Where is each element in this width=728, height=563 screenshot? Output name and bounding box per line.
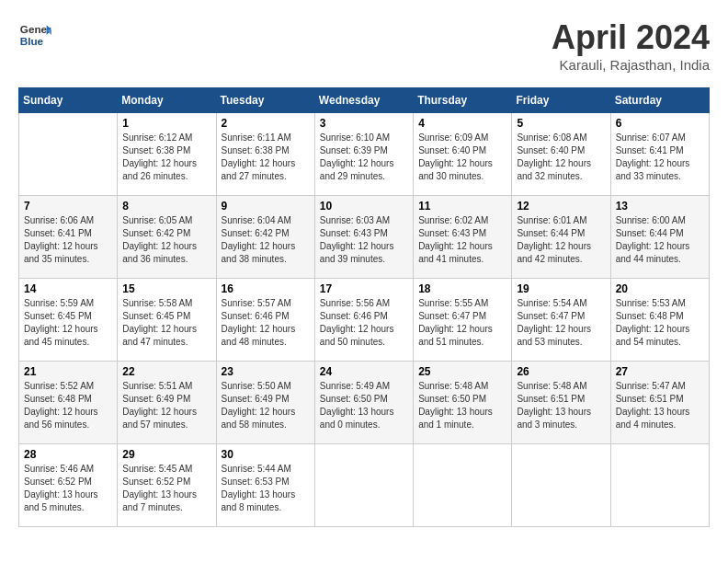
- calendar-cell: 29Sunrise: 5:45 AMSunset: 6:52 PMDayligh…: [118, 444, 216, 527]
- calendar-cell: 24Sunrise: 5:49 AMSunset: 6:50 PMDayligh…: [314, 362, 413, 444]
- day-info: Sunrise: 5:50 AMSunset: 6:49 PMDaylight:…: [222, 380, 310, 431]
- calendar-week-4: 21Sunrise: 5:52 AMSunset: 6:48 PMDayligh…: [19, 362, 710, 444]
- calendar-cell: 12Sunrise: 6:01 AMSunset: 6:44 PMDayligh…: [512, 196, 610, 279]
- day-number: 2: [222, 117, 310, 130]
- day-number: 5: [517, 117, 605, 130]
- day-info: Sunrise: 6:02 AMSunset: 6:43 PMDaylight:…: [418, 214, 506, 266]
- calendar-week-5: 28Sunrise: 5:46 AMSunset: 6:52 PMDayligh…: [19, 444, 710, 527]
- calendar-cell: 4Sunrise: 6:09 AMSunset: 6:40 PMDaylight…: [414, 113, 512, 196]
- day-number: 20: [616, 282, 704, 295]
- day-info: Sunrise: 5:53 AMSunset: 6:48 PMDaylight:…: [616, 297, 704, 349]
- day-number: 14: [24, 282, 112, 295]
- day-info: Sunrise: 6:05 AMSunset: 6:42 PMDaylight:…: [122, 214, 210, 266]
- calendar-cell: 21Sunrise: 5:52 AMSunset: 6:48 PMDayligh…: [19, 362, 118, 444]
- day-number: 8: [122, 200, 210, 213]
- day-info: Sunrise: 6:08 AMSunset: 6:40 PMDaylight:…: [517, 132, 605, 183]
- calendar-cell: 23Sunrise: 5:50 AMSunset: 6:49 PMDayligh…: [216, 362, 314, 444]
- weekday-header-monday: Monday: [118, 88, 216, 113]
- calendar-cell: 22Sunrise: 5:51 AMSunset: 6:49 PMDayligh…: [118, 362, 216, 444]
- day-number: 25: [418, 365, 506, 378]
- calendar-week-2: 7Sunrise: 6:06 AMSunset: 6:41 PMDaylight…: [19, 196, 710, 279]
- calendar-cell: 6Sunrise: 6:07 AMSunset: 6:41 PMDaylight…: [610, 113, 709, 196]
- day-info: Sunrise: 5:44 AMSunset: 6:53 PMDaylight:…: [222, 463, 310, 514]
- month-title: April 2024: [552, 18, 710, 57]
- calendar-cell: 17Sunrise: 5:56 AMSunset: 6:46 PMDayligh…: [314, 279, 413, 362]
- day-number: 23: [222, 365, 310, 378]
- location-subtitle: Karauli, Rajasthan, India: [552, 57, 710, 73]
- day-number: 15: [122, 282, 210, 295]
- calendar-cell: 26Sunrise: 5:48 AMSunset: 6:51 PMDayligh…: [512, 362, 610, 444]
- day-info: Sunrise: 5:57 AMSunset: 6:46 PMDaylight:…: [222, 297, 310, 349]
- calendar-cell: 1Sunrise: 6:12 AMSunset: 6:38 PMDaylight…: [118, 113, 216, 196]
- weekday-header-wednesday: Wednesday: [314, 88, 413, 113]
- day-info: Sunrise: 5:55 AMSunset: 6:47 PMDaylight:…: [418, 297, 506, 349]
- day-info: Sunrise: 5:52 AMSunset: 6:48 PMDaylight:…: [24, 380, 112, 431]
- calendar-cell: 14Sunrise: 5:59 AMSunset: 6:45 PMDayligh…: [19, 279, 118, 362]
- calendar-cell: 28Sunrise: 5:46 AMSunset: 6:52 PMDayligh…: [19, 444, 118, 527]
- day-number: 21: [24, 365, 112, 378]
- day-info: Sunrise: 6:12 AMSunset: 6:38 PMDaylight:…: [122, 132, 210, 183]
- calendar-cell: 3Sunrise: 6:10 AMSunset: 6:39 PMDaylight…: [314, 113, 413, 196]
- weekday-header-sunday: Sunday: [19, 88, 118, 113]
- day-number: 27: [616, 365, 704, 378]
- weekday-header-tuesday: Tuesday: [216, 88, 314, 113]
- calendar-cell: 19Sunrise: 5:54 AMSunset: 6:47 PMDayligh…: [512, 279, 610, 362]
- day-info: Sunrise: 5:56 AMSunset: 6:46 PMDaylight:…: [320, 297, 408, 349]
- day-number: 11: [418, 200, 506, 213]
- calendar-table: SundayMondayTuesdayWednesdayThursdayFrid…: [18, 87, 710, 527]
- day-info: Sunrise: 6:11 AMSunset: 6:38 PMDaylight:…: [222, 132, 310, 183]
- day-info: Sunrise: 6:09 AMSunset: 6:40 PMDaylight:…: [418, 132, 506, 183]
- calendar-cell: 10Sunrise: 6:03 AMSunset: 6:43 PMDayligh…: [314, 196, 413, 279]
- calendar-cell: 25Sunrise: 5:48 AMSunset: 6:50 PMDayligh…: [414, 362, 512, 444]
- day-info: Sunrise: 5:48 AMSunset: 6:50 PMDaylight:…: [418, 380, 506, 431]
- day-info: Sunrise: 5:58 AMSunset: 6:45 PMDaylight:…: [122, 297, 210, 349]
- calendar-cell: 16Sunrise: 5:57 AMSunset: 6:46 PMDayligh…: [216, 279, 314, 362]
- day-number: 6: [616, 117, 704, 130]
- calendar-cell: [314, 444, 413, 527]
- day-number: 10: [320, 200, 408, 213]
- calendar-cell: 9Sunrise: 6:04 AMSunset: 6:42 PMDaylight…: [216, 196, 314, 279]
- day-info: Sunrise: 5:46 AMSunset: 6:52 PMDaylight:…: [24, 463, 112, 514]
- calendar-cell: 13Sunrise: 6:00 AMSunset: 6:44 PMDayligh…: [610, 196, 709, 279]
- day-number: 9: [222, 200, 310, 213]
- day-info: Sunrise: 6:10 AMSunset: 6:39 PMDaylight:…: [320, 132, 408, 183]
- day-number: 17: [320, 282, 408, 295]
- logo: General Blue: [18, 18, 51, 52]
- day-info: Sunrise: 6:03 AMSunset: 6:43 PMDaylight:…: [320, 214, 408, 266]
- day-info: Sunrise: 5:54 AMSunset: 6:47 PMDaylight:…: [517, 297, 605, 349]
- day-number: 7: [24, 200, 112, 213]
- calendar-week-1: 1Sunrise: 6:12 AMSunset: 6:38 PMDaylight…: [19, 113, 710, 196]
- weekday-header-friday: Friday: [512, 88, 610, 113]
- day-info: Sunrise: 5:59 AMSunset: 6:45 PMDaylight:…: [24, 297, 112, 349]
- day-number: 1: [122, 117, 210, 130]
- calendar-cell: [414, 444, 512, 527]
- day-info: Sunrise: 6:06 AMSunset: 6:41 PMDaylight:…: [24, 214, 112, 266]
- calendar-cell: 5Sunrise: 6:08 AMSunset: 6:40 PMDaylight…: [512, 113, 610, 196]
- day-number: 26: [517, 365, 605, 378]
- day-info: Sunrise: 6:00 AMSunset: 6:44 PMDaylight:…: [616, 214, 704, 266]
- calendar-cell: 8Sunrise: 6:05 AMSunset: 6:42 PMDaylight…: [118, 196, 216, 279]
- day-info: Sunrise: 5:49 AMSunset: 6:50 PMDaylight:…: [320, 380, 408, 431]
- day-info: Sunrise: 5:47 AMSunset: 6:51 PMDaylight:…: [616, 380, 704, 431]
- day-info: Sunrise: 6:07 AMSunset: 6:41 PMDaylight:…: [616, 132, 704, 183]
- calendar-cell: [512, 444, 610, 527]
- day-number: 16: [222, 282, 310, 295]
- day-number: 30: [222, 448, 310, 461]
- weekday-header-thursday: Thursday: [414, 88, 512, 113]
- calendar-cell: 2Sunrise: 6:11 AMSunset: 6:38 PMDaylight…: [216, 113, 314, 196]
- calendar-cell: 27Sunrise: 5:47 AMSunset: 6:51 PMDayligh…: [610, 362, 709, 444]
- page-header: General Blue April 2024 Karauli, Rajasth…: [18, 18, 710, 73]
- calendar-cell: [610, 444, 709, 527]
- calendar-cell: [19, 113, 118, 196]
- calendar-cell: 30Sunrise: 5:44 AMSunset: 6:53 PMDayligh…: [216, 444, 314, 527]
- calendar-cell: 11Sunrise: 6:02 AMSunset: 6:43 PMDayligh…: [414, 196, 512, 279]
- day-number: 29: [122, 448, 210, 461]
- day-number: 18: [418, 282, 506, 295]
- day-number: 24: [320, 365, 408, 378]
- weekday-header-row: SundayMondayTuesdayWednesdayThursdayFrid…: [19, 88, 710, 113]
- calendar-cell: 15Sunrise: 5:58 AMSunset: 6:45 PMDayligh…: [118, 279, 216, 362]
- day-number: 28: [24, 448, 112, 461]
- weekday-header-saturday: Saturday: [610, 88, 709, 113]
- day-info: Sunrise: 5:51 AMSunset: 6:49 PMDaylight:…: [122, 380, 210, 431]
- calendar-cell: 7Sunrise: 6:06 AMSunset: 6:41 PMDaylight…: [19, 196, 118, 279]
